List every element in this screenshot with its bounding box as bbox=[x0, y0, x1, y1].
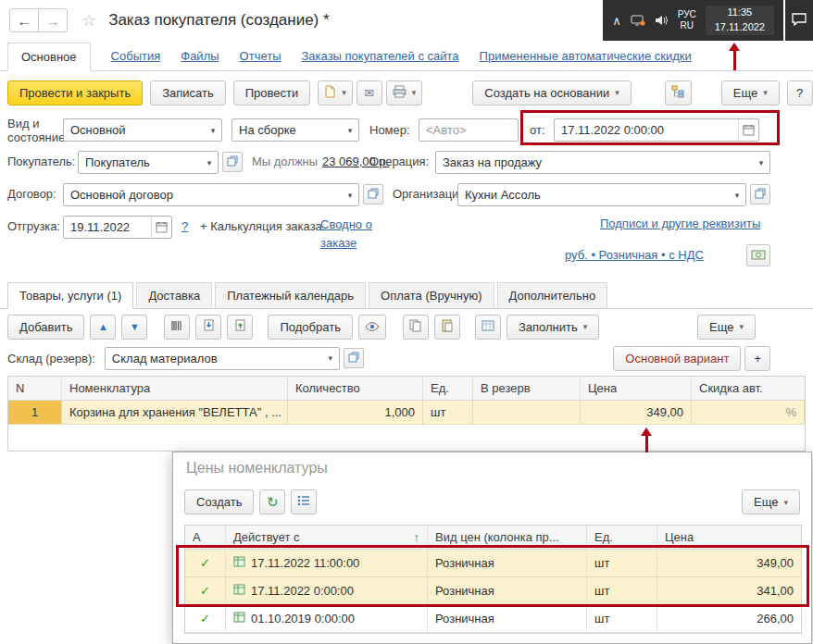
nav-link-events[interactable]: События bbox=[111, 49, 161, 70]
col-unit[interactable]: Ед. bbox=[423, 377, 473, 400]
customer-open-button[interactable] bbox=[222, 152, 243, 172]
items-more-button[interactable]: Еще ▾ bbox=[697, 315, 756, 340]
create-price-button[interactable]: Создать bbox=[184, 489, 254, 514]
calendar-icon[interactable] bbox=[151, 217, 171, 238]
customer-select[interactable]: Покупатель ▾ bbox=[78, 151, 219, 174]
chevron-down-icon: ▾ bbox=[342, 126, 358, 135]
speaker-icon[interactable] bbox=[655, 15, 669, 26]
back-button[interactable]: ← bbox=[9, 8, 39, 32]
help-button[interactable]: ? bbox=[787, 80, 813, 105]
list-settings-button[interactable] bbox=[475, 315, 501, 340]
nav-link-auto-discounts[interactable]: Примененные автоматические скидки bbox=[480, 49, 692, 70]
tab-payment-calendar[interactable]: Платежный календарь bbox=[215, 282, 366, 308]
move-up-button[interactable]: ▲ bbox=[90, 315, 116, 340]
copy-rows-button[interactable] bbox=[403, 315, 429, 340]
col-discount[interactable]: Скидка авт. bbox=[692, 377, 805, 400]
more-button[interactable]: Еще ▾ bbox=[721, 80, 780, 105]
language-indicator[interactable]: РУС RU bbox=[678, 9, 696, 32]
col-unit[interactable]: Ед. bbox=[587, 526, 657, 549]
price-row[interactable]: ✓ 17.11.2022 0:00:00 Розничная шт 341,00 bbox=[185, 577, 801, 605]
row-quantity[interactable]: 1,000 bbox=[288, 401, 423, 424]
operation-select[interactable]: Заказ на продажу ▾ bbox=[435, 151, 770, 174]
create-based-on-button[interactable]: Создать на основании ▾ bbox=[472, 80, 631, 105]
currency-price-type-link[interactable]: руб. • Розничная • с НДС bbox=[565, 248, 704, 262]
col-price[interactable]: Цена bbox=[657, 526, 801, 549]
price-record-icon bbox=[233, 556, 245, 570]
refresh-button[interactable]: ↻ bbox=[259, 489, 285, 514]
add-row-button[interactable]: Добавить bbox=[7, 315, 84, 340]
pick-items-button[interactable]: Подобрать bbox=[268, 315, 352, 340]
prices-window: Цены номенклатуры Создать ↻ Еще ▾ А Дейс… bbox=[172, 452, 812, 644]
post-button[interactable]: Провести bbox=[233, 80, 311, 105]
tab-additional[interactable]: Дополнительно bbox=[497, 282, 608, 308]
order-summary-link[interactable]: Сводно о заказе bbox=[320, 216, 374, 252]
number-input[interactable]: <Авто> bbox=[419, 118, 519, 142]
order-state-select[interactable]: На сборке ▾ bbox=[231, 118, 359, 142]
contract-open-button[interactable] bbox=[363, 184, 383, 204]
col-reserve[interactable]: В резерв bbox=[473, 377, 581, 400]
prices-currency-button[interactable] bbox=[746, 244, 770, 266]
move-down-button[interactable]: ▼ bbox=[121, 315, 147, 340]
table-row[interactable]: 1 Корзина для хранения "ВЕЛЕТТА" , ... 1… bbox=[8, 401, 805, 425]
fill-button[interactable]: Заполнить ▾ bbox=[507, 315, 599, 340]
col-price[interactable]: Цена bbox=[581, 377, 692, 400]
row-reserve[interactable] bbox=[473, 401, 581, 424]
nav-link-files[interactable]: Файлы bbox=[181, 49, 219, 70]
price-row[interactable]: ✓ 17.11.2022 11:00:00 Розничная шт 349,0… bbox=[185, 550, 801, 577]
export-rows-button[interactable] bbox=[227, 315, 253, 340]
create-file-button[interactable]: ▾ bbox=[318, 80, 353, 105]
tab-delivery[interactable]: Доставка bbox=[136, 282, 212, 308]
prices-more-button[interactable]: Еще ▾ bbox=[742, 489, 800, 514]
row-price[interactable]: 349,00 bbox=[581, 401, 692, 424]
tab-goods-services[interactable]: Товары, услуги (1) bbox=[7, 282, 133, 309]
notifications-icon[interactable] bbox=[631, 15, 645, 27]
order-calculation-text: + Калькуляция заказа bbox=[200, 219, 322, 233]
nav-link-site-orders[interactable]: Заказы покупателей с сайта bbox=[302, 49, 459, 70]
send-email-button[interactable]: ✉ bbox=[356, 80, 382, 105]
print-button[interactable]: ▾ bbox=[386, 80, 423, 105]
shipment-help-link[interactable]: ? bbox=[181, 219, 188, 233]
warehouse-select[interactable]: Склад материалов ▾ bbox=[105, 347, 340, 370]
row-discount[interactable]: % bbox=[692, 401, 805, 424]
nav-link-reports[interactable]: Отчеты bbox=[240, 49, 281, 70]
add-variant-button[interactable]: + bbox=[744, 346, 770, 371]
post-and-close-button[interactable]: Провести и закрыть bbox=[7, 80, 143, 105]
order-kind-select[interactable]: Основной ▾ bbox=[63, 118, 222, 142]
contract-select[interactable]: Основной договор ▾ bbox=[63, 183, 359, 206]
signatures-requisites-link[interactable]: Подписи и другие реквизиты bbox=[600, 217, 760, 230]
chat-button[interactable] bbox=[785, 0, 813, 41]
warehouse-open-button[interactable] bbox=[344, 348, 364, 368]
list-view-button[interactable] bbox=[291, 489, 317, 514]
main-variant-button[interactable]: Основной вариант bbox=[613, 346, 741, 371]
col-mark[interactable]: А bbox=[185, 526, 226, 549]
doc-date-input[interactable]: 17.11.2022 0:00:00 bbox=[554, 118, 759, 142]
col-quantity[interactable]: Количество bbox=[288, 377, 423, 400]
barcode-button[interactable] bbox=[164, 315, 190, 340]
col-effective-date[interactable]: Действует с ↑ bbox=[226, 526, 428, 549]
col-price-kind[interactable]: Вид цен (колонка пр... bbox=[428, 526, 587, 549]
col-n[interactable]: N bbox=[8, 377, 62, 400]
prices-table-header: А Действует с ↑ Вид цен (колонка пр... Е… bbox=[185, 526, 801, 550]
save-button[interactable]: Записать bbox=[150, 80, 226, 105]
price-row[interactable]: ✓ 01.10.2019 0:00:00 Розничная шт 266,00 bbox=[185, 605, 801, 633]
visibility-button[interactable] bbox=[358, 315, 386, 340]
organization-open-button[interactable] bbox=[750, 184, 770, 204]
organization-select[interactable]: Кухни Ассоль ▾ bbox=[457, 183, 746, 206]
chevron-down-icon: ▾ bbox=[205, 126, 221, 135]
related-documents-button[interactable] bbox=[665, 80, 692, 105]
row-nomenclature[interactable]: Корзина для хранения "ВЕЛЕТТА" , ... bbox=[62, 401, 288, 424]
col-nomenclature[interactable]: Номенклатура bbox=[62, 377, 288, 400]
collapse-tray-icon[interactable]: ∧ bbox=[612, 14, 621, 28]
calendar-icon[interactable] bbox=[738, 119, 758, 141]
tab-payment-manual[interactable]: Оплата (Вручную) bbox=[369, 282, 494, 308]
row-unit[interactable]: шт bbox=[423, 401, 473, 424]
tab-main[interactable]: Основное bbox=[7, 43, 91, 71]
arrow-up-icon: ▲ bbox=[98, 321, 108, 332]
forward-button[interactable]: → bbox=[38, 8, 68, 32]
import-rows-button[interactable] bbox=[195, 315, 221, 340]
favorite-star-icon[interactable]: ☆ bbox=[81, 10, 96, 31]
tray-panel: ∧ РУС RU 11:35 17.11.2022 bbox=[603, 0, 783, 41]
shipment-date-input[interactable]: 19.11.2022 bbox=[63, 216, 172, 239]
paste-rows-button[interactable] bbox=[434, 315, 460, 340]
variant-controls: Основной вариант + bbox=[613, 346, 770, 371]
